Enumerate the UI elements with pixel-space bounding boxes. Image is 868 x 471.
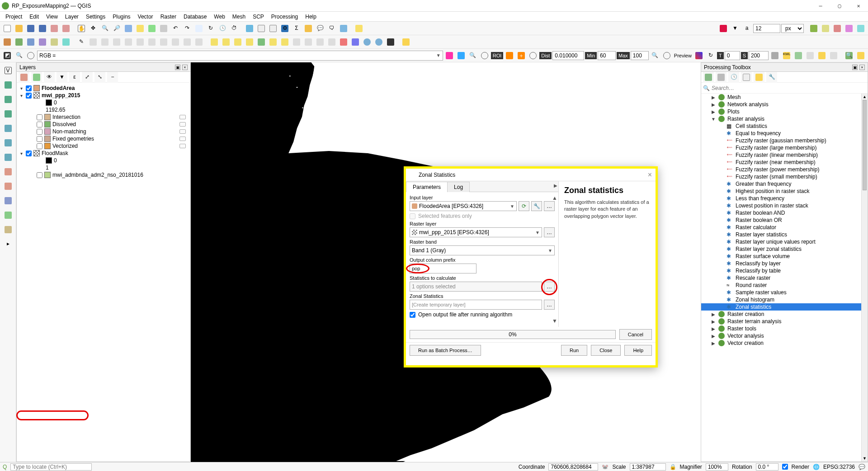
expand-icon[interactable]: ▶ bbox=[711, 341, 716, 346]
font-size-input[interactable] bbox=[753, 24, 780, 33]
toolbox-item[interactable]: ≈Round raster bbox=[701, 282, 868, 289]
scp-dock-button[interactable]: ◩ bbox=[2, 50, 13, 61]
toolbox-item[interactable]: ⬳Fuzzify raster (large membership) bbox=[701, 144, 868, 151]
paste-features-button[interactable] bbox=[170, 37, 181, 47]
toolbox-item[interactable]: ✱Raster surface volume bbox=[701, 253, 868, 260]
close-button[interactable]: ✕ bbox=[855, 3, 862, 9]
wms-tool-icon[interactable] bbox=[2, 209, 14, 221]
scp-zoom-button[interactable]: 🔍 bbox=[14, 50, 24, 61]
toolbox-undock-icon[interactable]: ▣ bbox=[852, 65, 858, 70]
label1-button[interactable] bbox=[209, 37, 220, 47]
toolbox-tree[interactable]: ▶Mesh▶Network analysis▶Plots▼Raster anal… bbox=[701, 94, 868, 462]
layer-item[interactable]: ▾mwi_ppp_2015 bbox=[19, 92, 189, 99]
toolbox-item[interactable]: ⬳Fuzzify raster (near membership) bbox=[701, 159, 868, 166]
toolbox-item[interactable]: ▶Raster creation bbox=[701, 311, 868, 318]
python-console-button[interactable] bbox=[401, 37, 411, 47]
db-tool-icon[interactable] bbox=[2, 194, 14, 207]
move-feature-button[interactable] bbox=[111, 37, 122, 47]
menu-raster[interactable]: Raster bbox=[157, 13, 180, 21]
decoration2-button[interactable] bbox=[350, 37, 361, 47]
menu-layer[interactable]: Layer bbox=[61, 13, 82, 21]
menu-edit[interactable]: Edit bbox=[26, 13, 42, 21]
toolbox-button[interactable]: ⚙ bbox=[279, 23, 290, 34]
scp-kml-button[interactable]: KML bbox=[781, 50, 792, 61]
label4-button[interactable] bbox=[244, 37, 255, 47]
new-scratch-button[interactable] bbox=[49, 37, 60, 47]
help-button[interactable]: Help bbox=[624, 345, 652, 356]
temporal-button[interactable]: ⏱ bbox=[229, 23, 240, 34]
zoom-next-button[interactable]: ↷ bbox=[182, 23, 193, 34]
menu-vector[interactable]: Vector bbox=[134, 13, 157, 21]
expand-icon[interactable]: ▶ bbox=[711, 102, 716, 107]
toolbox-item[interactable]: ✱Equal to frequency bbox=[701, 130, 868, 137]
expand-icon[interactable]: ▶ bbox=[711, 319, 716, 324]
scp-preview-btn1[interactable] bbox=[693, 50, 704, 61]
toolbox-item[interactable]: ⬳Fuzzify raster (gaussian membership) bbox=[701, 137, 868, 144]
menu-settings[interactable]: Settings bbox=[82, 13, 109, 21]
scp-max-input[interactable] bbox=[631, 51, 649, 60]
scp-btn-b[interactable] bbox=[456, 50, 467, 61]
zoom-native-button[interactable] bbox=[158, 23, 169, 34]
zonal-out-input[interactable] bbox=[410, 300, 542, 310]
expand-icon[interactable]: ▾ bbox=[19, 93, 24, 98]
scp-radio2[interactable] bbox=[479, 50, 490, 61]
render-cb[interactable] bbox=[782, 464, 788, 470]
toolbox-item[interactable]: ✱Zonal histogram bbox=[701, 296, 868, 303]
vertex-tool-button[interactable] bbox=[123, 37, 134, 47]
expand-icon[interactable]: ▶ bbox=[711, 312, 716, 317]
toolbox-item[interactable]: ▦Cell statistics bbox=[701, 122, 868, 130]
toolbox-item[interactable]: ✱Raster boolean AND bbox=[701, 209, 868, 217]
delete-selected-button[interactable] bbox=[135, 37, 146, 47]
toolbox-item[interactable]: ▶Vector analysis bbox=[701, 332, 868, 339]
attr-table-button[interactable] bbox=[256, 23, 267, 34]
scale-input[interactable] bbox=[630, 463, 666, 471]
layers-tree[interactable]: ▾FloodedArea▾mwi_ppp_201501192.65Interse… bbox=[17, 83, 190, 462]
open-button[interactable] bbox=[14, 23, 24, 34]
menu-project[interactable]: Project bbox=[2, 13, 26, 21]
params-scrollbar[interactable]: ▲ ▼ bbox=[552, 195, 557, 324]
tb-model-icon[interactable] bbox=[703, 72, 714, 83]
scp-radio3[interactable] bbox=[528, 50, 538, 61]
field-calc-button[interactable] bbox=[268, 23, 278, 34]
raster-band-select[interactable]: Band 1 (Gray)▼ bbox=[410, 245, 555, 255]
tab-parameters[interactable]: Parameters bbox=[406, 182, 448, 192]
toolbox-item[interactable]: ✱Reclassify by layer bbox=[701, 260, 868, 267]
toolbox-item[interactable]: ⬳Fuzzify raster (power membership) bbox=[701, 166, 868, 173]
scp-extra1[interactable] bbox=[793, 50, 804, 61]
merge-tool-icon[interactable] bbox=[2, 151, 14, 164]
toolbox-item[interactable]: ▶Raster tools bbox=[701, 325, 868, 332]
menu-scp[interactable]: SCP bbox=[249, 13, 268, 21]
print-layout-button[interactable] bbox=[49, 23, 60, 34]
save-as-button[interactable] bbox=[37, 23, 48, 34]
toolbox-item[interactable]: ✱Raster boolean OR bbox=[701, 217, 868, 224]
layer-visibility-cb[interactable] bbox=[26, 151, 32, 156]
layer-item[interactable]: mwi_admbnda_adm2_nso_20181016 bbox=[19, 171, 189, 179]
scp-extra4[interactable] bbox=[828, 50, 839, 61]
minimize-button[interactable]: — bbox=[817, 3, 824, 9]
scp-min-input[interactable] bbox=[598, 51, 616, 60]
layer-visibility-cb[interactable] bbox=[37, 122, 42, 127]
vector-tool-icon[interactable]: V bbox=[2, 64, 14, 77]
label11-button[interactable] bbox=[326, 37, 337, 47]
scroll-down-icon[interactable]: ▼ bbox=[552, 318, 557, 324]
panel-close-icon[interactable]: × bbox=[182, 65, 188, 70]
expand-icon[interactable]: ▾ bbox=[19, 86, 24, 91]
expand-icon[interactable]: ▶ bbox=[711, 334, 716, 339]
statistics-button[interactable]: Σ bbox=[291, 23, 302, 34]
scp-t-input[interactable] bbox=[725, 51, 740, 60]
run-batch-button[interactable]: Run as Batch Process… bbox=[410, 345, 481, 356]
menu-mesh[interactable]: Mesh bbox=[229, 13, 249, 21]
unit-select[interactable]: px bbox=[781, 24, 804, 33]
locator-input[interactable] bbox=[10, 463, 92, 471]
layer-item[interactable]: Vectorized bbox=[19, 142, 189, 150]
layer-visibility-cb[interactable] bbox=[37, 114, 42, 120]
toolbox-item[interactable]: ✱Raster layer unique values report bbox=[701, 238, 868, 245]
menu-help[interactable]: Help bbox=[302, 13, 320, 21]
cut-features-button[interactable] bbox=[146, 37, 157, 47]
close-dialog-button[interactable]: Close bbox=[591, 345, 621, 356]
undo-button[interactable] bbox=[182, 37, 193, 47]
layer-item[interactable]: 1192.65 bbox=[19, 106, 189, 113]
layout-manager-button[interactable] bbox=[61, 23, 71, 34]
wfs-tool-icon[interactable] bbox=[2, 223, 14, 236]
cancel-button[interactable]: Cancel bbox=[619, 329, 652, 340]
